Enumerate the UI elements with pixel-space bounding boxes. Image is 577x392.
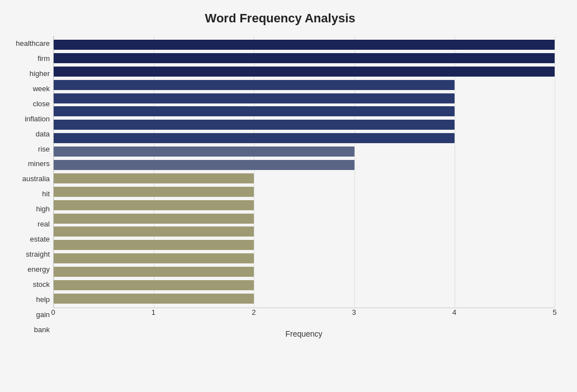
chart-container: Word Frequency Analysis healthcarefirmhi… [0, 0, 577, 392]
x-axis-title: Frequency [53, 329, 555, 338]
bar [54, 253, 254, 263]
y-label: real [37, 217, 53, 232]
bar [54, 120, 455, 130]
bar [54, 200, 254, 210]
y-label: firm [37, 51, 53, 65]
bar [54, 280, 254, 290]
x-axis-labels: 012345 [53, 308, 555, 325]
y-label: straight [26, 247, 53, 262]
y-label: help [36, 292, 53, 306]
y-label: higher [30, 66, 53, 81]
y-label: high [36, 202, 53, 216]
chart-area: healthcarefirmhigherweekcloseinflationda… [6, 36, 555, 338]
bar-row [54, 212, 555, 225]
bar [54, 160, 354, 170]
bar [54, 187, 254, 197]
bar-row [54, 159, 555, 171]
y-label: close [33, 96, 53, 111]
x-axis-label: 1 [152, 308, 155, 317]
bar-row [54, 132, 555, 144]
bar [54, 106, 455, 116]
y-label: bank [34, 322, 53, 337]
y-label: miners [28, 157, 53, 171]
bar [54, 240, 254, 250]
bar-row [54, 65, 555, 78]
grid-line [555, 36, 555, 308]
y-label: estate [30, 232, 53, 247]
bar-row [54, 119, 555, 131]
x-axis-label: 4 [452, 308, 456, 317]
y-label: inflation [25, 111, 53, 126]
x-axis-label: 5 [552, 308, 556, 317]
x-axis-label: 2 [252, 308, 256, 317]
x-axis-label: 3 [352, 308, 356, 317]
y-label: stock [33, 277, 53, 291]
bar [54, 173, 254, 183]
bar-row [54, 105, 555, 117]
bar-row [54, 52, 555, 64]
bar-row [54, 92, 555, 105]
y-label: energy [27, 262, 53, 277]
bar [54, 40, 555, 50]
bar-row [54, 39, 555, 51]
bar-row [54, 279, 555, 291]
bar [54, 93, 455, 103]
y-labels: healthcarefirmhigherweekcloseinflationda… [6, 36, 53, 338]
grid-and-bars [53, 36, 555, 308]
bars-container [54, 36, 555, 308]
bar [54, 214, 254, 224]
y-label: australia [22, 172, 53, 186]
bars-and-grid: 012345 Frequency [53, 36, 555, 338]
bar [54, 294, 254, 304]
chart-title: Word Frequency Analysis [6, 11, 555, 26]
bar [54, 80, 455, 90]
bar [54, 67, 555, 77]
bar [54, 53, 555, 63]
y-label: hit [42, 187, 53, 201]
bar-row [54, 172, 555, 185]
bar-row [54, 252, 555, 265]
bar-row [54, 199, 555, 211]
x-axis-label: 0 [51, 308, 55, 317]
bar [54, 133, 455, 143]
y-label: week [33, 81, 53, 96]
bar-row [54, 292, 555, 305]
bar [54, 226, 254, 237]
bar-row [54, 186, 555, 198]
y-label: data [36, 126, 53, 141]
bar-row [54, 239, 555, 251]
bar [54, 267, 254, 277]
bar [54, 147, 354, 157]
bar-row [54, 79, 555, 91]
y-label: rise [38, 141, 53, 156]
bar-row [54, 145, 555, 158]
bar-row [54, 225, 555, 238]
y-label: healthcare [16, 36, 53, 50]
bar-row [54, 266, 555, 278]
